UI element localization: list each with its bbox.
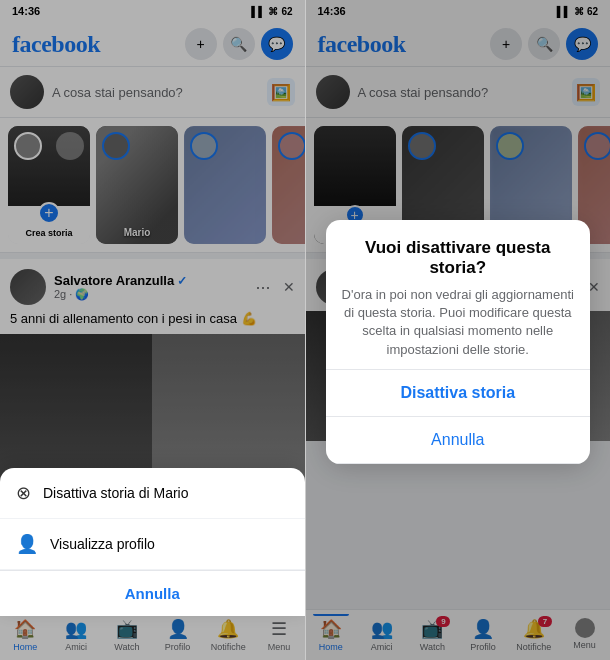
modal-confirm-btn[interactable]: Disattiva storia — [326, 370, 591, 417]
left-panel: 14:36 ▌▌ ⌘ 62 facebook + 🔍 💬 A cosa stai… — [0, 0, 305, 660]
overlay-cancel-left[interactable]: Annulla — [0, 570, 305, 616]
right-panel: 14:36 ▌▌ ⌘ 62 facebook + 🔍 💬 A cosa stai… — [306, 0, 611, 660]
modal-cancel-btn[interactable]: Annulla — [326, 417, 591, 464]
modal-body-right: Vuoi disattivare questa storia? D'ora in… — [326, 220, 591, 369]
profile-icon: 👤 — [16, 533, 38, 555]
overlay-item-disable[interactable]: ⊗ Disattiva storia di Mario — [0, 468, 305, 519]
overlay-item-disable-label: Disattiva storia di Mario — [43, 485, 189, 501]
modal-dialog-right: Vuoi disattivare questa storia? D'ora in… — [326, 220, 591, 464]
disable-icon: ⊗ — [16, 482, 31, 504]
overlay-item-profile[interactable]: 👤 Visualizza profilo — [0, 519, 305, 570]
modal-title-right: Vuoi disattivare questa storia? — [342, 238, 575, 278]
overlay-sheet-left: ⊗ Disattiva storia di Mario 👤 Visualizza… — [0, 468, 305, 616]
modal-desc-right: D'ora in poi non vedrai gli aggiornament… — [342, 286, 575, 359]
overlay-item-profile-label: Visualizza profilo — [50, 536, 155, 552]
